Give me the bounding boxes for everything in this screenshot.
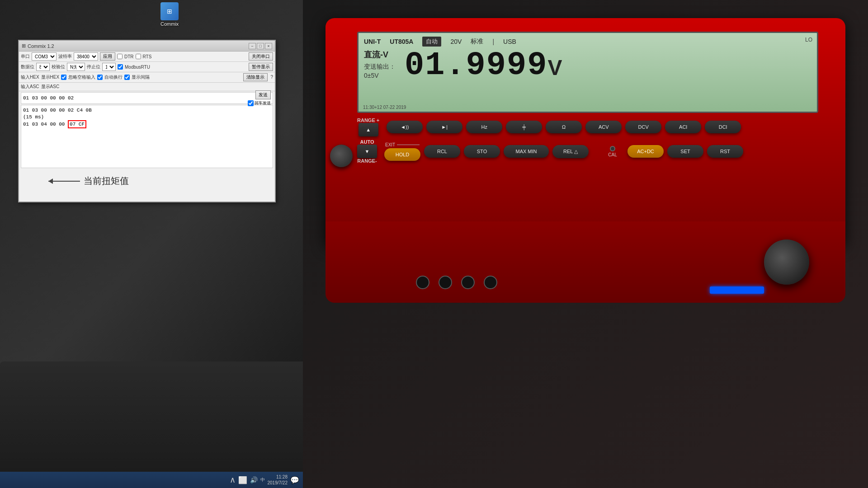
window-title: ⊞ Commix 1.2 [22, 43, 54, 49]
port-select[interactable]: COM3 [32, 52, 57, 61]
exit-line [397, 145, 420, 145]
taskbar-icon-1: ⬜ [238, 476, 247, 484]
data-bits-label: 数据位 [21, 64, 34, 70]
close-serial-button[interactable]: 关闭串口 [249, 52, 273, 61]
multimeter-area: UNI-T UT805A 自动 20V 标准 | USB LO 直流-V 变送输… [303, 0, 868, 488]
toolbar-row-3: 输入HEX 显示HEX 忽略空格输入 自动换行 显示间隔 清除显示 ? [19, 72, 275, 83]
blue-indicator [710, 286, 764, 294]
output-highlighted-value: 07 CF [68, 120, 86, 128]
minimize-button[interactable]: − [249, 43, 256, 49]
port-2 [439, 276, 452, 289]
modbus-rtu-checkbox[interactable] [118, 64, 123, 70]
port-3 [461, 276, 475, 289]
output-line-2: (15 ms) [23, 114, 271, 121]
range-down-button[interactable]: ▼ [357, 145, 377, 158]
laptop-area: ⊞ Commix ⊞ Commix 1.2 − □ × 串口 COM3 波特率 [0, 0, 316, 488]
dci-button[interactable]: DCI [705, 121, 741, 133]
exit-label-row: EXIT [385, 142, 420, 147]
auto-send-label: 回车发送 [248, 100, 271, 106]
port-4 [484, 276, 497, 289]
output-line-1: 01 03 00 00 00 02 C4 0B [23, 107, 271, 114]
annotation-arrowhead [48, 178, 53, 184]
parity-select[interactable]: N无 [67, 63, 85, 71]
toolbar-row-2: 数据位 8 校验位 N无 停止位 1 ModbusRTU 暂停显示 [19, 62, 275, 72]
ac-dc-button[interactable]: AC+DC [627, 145, 664, 158]
reading-display: 01.9999 V [405, 49, 562, 82]
output-area: 01 03 00 00 00 02 C4 0B (15 ms) 01 03 04… [21, 105, 273, 168]
baud-select[interactable]: 38400 [74, 52, 98, 61]
parity-label: 校验位 [52, 64, 65, 70]
rts-label: RTS [143, 54, 152, 59]
hold-button[interactable]: HOLD [384, 148, 420, 161]
auto-range-control: AUTO ▼ RANGE- [357, 139, 377, 164]
maximize-button[interactable]: □ [257, 43, 264, 49]
model-label: UT805A [390, 38, 413, 45]
rts-checkbox[interactable] [136, 54, 141, 59]
taskbar-time: 11:28 [268, 474, 288, 480]
ignore-space-label: 忽略空格输入 [68, 74, 95, 80]
multimeter-body: UNI-T UT805A 自动 20V 标准 | USB LO 直流-V 变送输… [326, 18, 845, 244]
show-asc-label: 显示ASC [41, 84, 60, 90]
port-label: 串口 [21, 53, 30, 60]
stop-bits-label: 停止位 [87, 64, 100, 70]
beep-button[interactable]: ◄)) [387, 121, 423, 133]
cal-dot [610, 146, 615, 151]
meter-unit: V [547, 55, 562, 80]
output-label: 变送输出： [364, 63, 396, 71]
max-min-button[interactable]: MAX MIN [504, 145, 549, 158]
ignore-space-checkbox[interactable] [61, 75, 66, 80]
window-controls: − □ × [249, 43, 272, 49]
diode-button[interactable]: ►| [426, 121, 462, 133]
toolbar-row-4: 输入ASC 显示ASC [19, 83, 275, 91]
rel-button[interactable]: REL △ [552, 145, 589, 158]
auto-newline-label: 自动换行 [104, 74, 123, 80]
desktop-icon-label: Commix [160, 21, 179, 27]
commix-window: ⊞ Commix 1.2 − □ × 串口 COM3 波特率 38400 应用 … [18, 40, 276, 202]
pause-button[interactable]: 暂停显示 [249, 63, 273, 71]
show-hex-label: 显示HEX [41, 74, 60, 80]
display-top-row: UNI-T UT805A 自动 20V 标准 | USB [364, 37, 811, 47]
auto-send-checkbox[interactable] [248, 100, 254, 106]
desktop-icon-commix[interactable]: ⊞ Commix [160, 2, 179, 27]
aci-button[interactable]: ACI [665, 121, 701, 133]
data-bits-select[interactable]: 8 [36, 63, 50, 71]
rcl-button[interactable]: RCL [424, 145, 460, 158]
apply-button[interactable]: 应用 [100, 52, 115, 61]
stop-bits-select[interactable]: 1 [102, 63, 116, 71]
standard-label: 标准 [471, 38, 483, 46]
commix-icon: ⊞ [160, 2, 179, 20]
dcv-button[interactable]: DCV [625, 121, 661, 133]
auto-newline-checkbox[interactable] [97, 75, 103, 80]
send-button[interactable]: 发送 [255, 90, 271, 99]
rst-button[interactable]: RST [707, 145, 743, 158]
modbus-rtu-label: ModbusRTU [125, 65, 150, 70]
cap-button[interactable]: ╪ [506, 121, 542, 133]
ohm-button[interactable]: Ω [546, 121, 582, 133]
clear-button[interactable]: 清除显示 [243, 73, 268, 81]
taskbar-up-arrow: ∧ [230, 475, 236, 485]
close-button[interactable]: × [265, 43, 272, 49]
output-line-3: 01 03 04 00 00 07 CF [23, 121, 271, 128]
hex-input-text[interactable]: 01 03 00 00 00 02 [23, 95, 248, 101]
sto-button[interactable]: STO [464, 145, 500, 158]
separator: | [492, 38, 494, 45]
baud-label: 波特率 [58, 53, 72, 60]
show-interval-checkbox[interactable] [124, 75, 130, 80]
set-button[interactable]: SET [667, 145, 703, 158]
input-hex-label: 输入HEX [21, 74, 39, 80]
annotation-label: 当前扭矩值 [84, 175, 129, 187]
show-interval-label: 显示间隔 [132, 74, 150, 80]
taskbar: ∧ ⬜ 🔊 中 11:28 2019/7/22 💬 [0, 472, 303, 488]
acv-button[interactable]: ACV [585, 121, 622, 133]
hz-button[interactable]: Hz [466, 121, 502, 133]
button-panel: RANGE + ▲ ◄)) ►| Hz ╪ Ω ACV DCV ACI DCI … [357, 117, 818, 164]
dtr-checkbox[interactable] [117, 54, 123, 59]
auto-label: AUTO [358, 139, 376, 145]
exit-label: EXIT [385, 142, 395, 147]
dtr-label: DTR [124, 54, 134, 59]
usb-label: USB [503, 38, 516, 45]
range-up-button[interactable]: ▲ [359, 123, 378, 136]
window-titlebar: ⊞ Commix 1.2 − □ × [19, 41, 275, 52]
taskbar-right: ∧ ⬜ 🔊 中 11:28 2019/7/22 💬 [230, 474, 300, 486]
taskbar-date: 2019/7/22 [268, 480, 288, 486]
